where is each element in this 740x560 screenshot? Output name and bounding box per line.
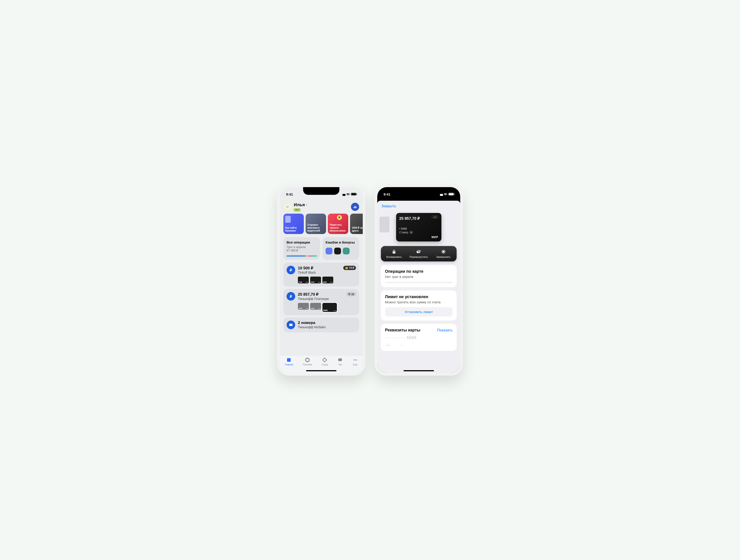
stories-row: Как найти банкомат 5 правил вежливых вод… <box>280 214 363 237</box>
widgets-row: Все операции Трат в апреле 67 369 ₽ Кэшб… <box>280 237 363 262</box>
battery-icon <box>351 193 356 196</box>
mini-card[interactable]: 4026МИР <box>310 303 321 310</box>
story-atm[interactable]: Как найти банкомат <box>283 214 304 234</box>
ops-bar <box>385 282 453 283</box>
card-number: • 5065 <box>399 227 438 230</box>
section-title: Реквизиты карты <box>385 328 420 333</box>
stats-button[interactable] <box>351 203 359 211</box>
card-carousel[interactable]: 25 857,70 ₽ ●PAY • 5065 Стикер ✎ МИР <box>377 210 460 246</box>
home-indicator[interactable] <box>403 370 434 371</box>
spend-bar <box>287 255 317 257</box>
section-limit: Лимит не установлен Можно тратить всю су… <box>381 291 457 321</box>
svg-rect-6 <box>338 358 342 361</box>
card-actions-bar: Блокировать Перевыпустить Заморозить <box>381 246 457 261</box>
cards-row: 4328МИР 4026МИР 5065МИР <box>298 303 356 312</box>
status-time: 9:41 <box>384 192 390 196</box>
phone-card-detail: 9:41 Закрыть 25 857,70 ₽ ●PAY • 5065 Сти… <box>375 185 463 375</box>
story-spending[interactable]: Перестать тратить импульсивно <box>328 214 348 234</box>
svg-rect-4 <box>287 358 291 362</box>
tab-more[interactable]: Еще <box>353 357 358 366</box>
mini-card[interactable]: 7166МИР <box>298 276 309 284</box>
tab-city[interactable]: Город <box>322 357 328 366</box>
more-icon <box>353 357 358 363</box>
section-sub: Можно тратить всю сумму со счета <box>385 300 453 304</box>
section-title: Лимит не установлен <box>385 295 453 299</box>
bar-chart-icon <box>353 205 357 209</box>
card-visual[interactable]: 25 857,70 ₽ ●PAY • 5065 Стикер ✎ МИР <box>396 213 441 241</box>
avatar[interactable]: И <box>283 203 292 211</box>
masked-expiry: ·· / ·· <box>385 343 391 347</box>
tab-payments[interactable]: Платежи <box>303 357 312 366</box>
mir-icon: МИР <box>306 308 308 309</box>
svg-rect-11 <box>418 250 421 252</box>
widget-cashback-title: Кэшбэк и бонусы <box>326 240 356 244</box>
mini-card[interactable]: 4328МИР <box>298 303 309 310</box>
action-reissue[interactable]: Перевыпустить <box>406 249 431 258</box>
mir-logo: МИР <box>432 236 438 239</box>
battery-icon <box>448 193 454 196</box>
user-header: И Илья PRO <box>280 201 363 214</box>
cashback-badge: 👑 74 ₽ <box>343 266 356 270</box>
story-drivers[interactable]: 5 правил вежливых водителей <box>306 214 326 234</box>
mir-icon: МИР <box>330 282 333 283</box>
tab-home[interactable]: Главная <box>285 357 293 366</box>
cashback-dots <box>326 248 356 254</box>
status-time: 9:41 <box>286 192 293 196</box>
circle-icon <box>305 357 310 363</box>
section-title: Операции по карте <box>385 269 453 274</box>
signal-icon <box>440 192 443 196</box>
sheet-header: Закрыть <box>377 201 460 210</box>
account-name: Тинькофф Платинум <box>298 297 344 301</box>
svg-point-9 <box>356 359 357 360</box>
widget-operations[interactable]: Все операции Трат в апреле 67 369 ₽ <box>283 237 320 260</box>
set-limit-button[interactable]: Установить лимит <box>385 307 453 317</box>
home-indicator[interactable] <box>306 370 337 371</box>
accounts-list: ₽ 10 500 ₽ Tinkoff Black 👑 74 ₽ 7166МИР … <box>280 262 363 355</box>
edit-icon[interactable]: ✎ <box>410 231 413 234</box>
widget-operations-sub1: Трат в апреле <box>287 245 317 249</box>
account-tinkoff-platinum[interactable]: ₽ 25 857,70 ₽ Тинькофф Платинум ⚙ 28 432… <box>283 289 359 315</box>
wifi-icon <box>346 192 350 196</box>
phone-home: 9:41 И Илья PRO Как найти банкомат 5 пра… <box>277 185 365 375</box>
diamond-icon <box>322 357 328 363</box>
snowflake-icon <box>441 249 446 254</box>
signal-icon <box>342 192 345 196</box>
account-name: Tinkoff Black <box>298 271 341 274</box>
section-operations[interactable]: Операции по карте Нет трат в апреле <box>381 265 457 287</box>
action-block[interactable]: Блокировать <box>382 249 406 258</box>
widget-cashback[interactable]: Кэшбэк и бонусы <box>322 237 359 260</box>
svg-rect-0 <box>354 207 354 208</box>
masked-card-number: ···· ···· ···· 5065 <box>385 336 453 340</box>
card-detail-screen: Закрыть 25 857,70 ₽ ●PAY • 5065 Стикер ✎… <box>377 187 460 373</box>
svg-point-7 <box>354 359 354 360</box>
section-sub: Нет трат в апреле <box>385 275 453 278</box>
cards-row: 7166МИР 2546МИР 0828МИР <box>298 276 356 284</box>
svg-rect-1 <box>355 206 356 208</box>
widget-operations-title: Все операции <box>287 240 317 244</box>
chat-icon <box>337 357 343 363</box>
mini-card-selected[interactable]: 5065МИР <box>322 303 337 312</box>
cashback-dot-2 <box>334 248 341 254</box>
pro-badge: PRO <box>294 208 300 211</box>
mini-card[interactable]: 2546МИР <box>310 276 321 284</box>
show-button[interactable]: Показать <box>437 328 453 332</box>
mini-card[interactable]: 0828МИР <box>322 276 333 284</box>
settings-badge: ⚙ 28 <box>347 292 356 296</box>
account-balance: 10 500 ₽ <box>298 266 341 270</box>
mir-icon: МИР <box>318 282 320 283</box>
close-button[interactable]: Закрыть <box>381 204 396 208</box>
masked-cvv: ··· <box>400 343 403 347</box>
story-referral[interactable]: 1000 ₽ за друга <box>350 214 363 234</box>
lock-icon <box>391 249 396 254</box>
notch <box>400 187 437 195</box>
action-freeze[interactable]: Заморозить <box>431 249 456 258</box>
cashback-dot-1 <box>326 248 333 254</box>
card-name: Стикер ✎ <box>399 231 438 234</box>
ruble-icon: ₽ <box>287 266 295 274</box>
wifi-icon <box>444 192 447 196</box>
mir-icon: МИР <box>334 310 336 312</box>
tab-chat[interactable]: Чат <box>337 357 343 366</box>
user-block[interactable]: Илья PRO <box>294 202 349 211</box>
account-tinkoff-black[interactable]: ₽ 10 500 ₽ Tinkoff Black 👑 74 ₽ 7166МИР … <box>283 262 359 287</box>
account-tinkoff-mobile[interactable]: 2 номера Тинькофф Мобайл <box>283 317 359 332</box>
